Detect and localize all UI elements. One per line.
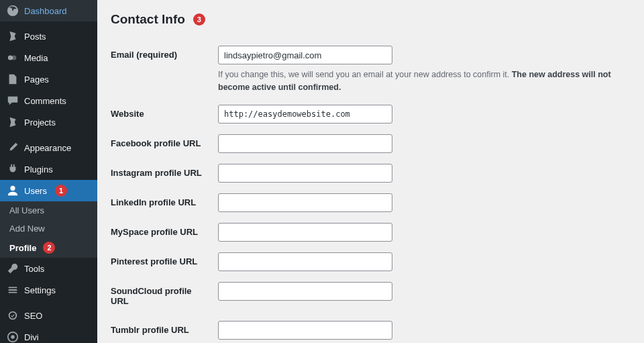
page-icon	[7, 73, 19, 85]
sidebar-label: Media	[24, 53, 48, 63]
sidebar-subitem-add-new[interactable]: Add New	[0, 219, 97, 238]
pinterest-field[interactable]	[218, 252, 392, 271]
plug-icon	[7, 163, 19, 175]
sidebar-label: Dashboard	[24, 6, 67, 16]
page-title-text: Contact Info	[111, 12, 185, 27]
tumblr-label: Tumblr profile URL	[111, 325, 189, 335]
sidebar-label: Appearance	[24, 143, 71, 153]
email-field[interactable]	[218, 46, 392, 64]
sidebar-label: SEO	[24, 311, 42, 321]
user-icon	[7, 185, 19, 197]
sidebar-item-media[interactable]: Media	[0, 47, 97, 68]
sidebar-item-posts[interactable]: Posts	[0, 26, 97, 47]
sidebar-label: Comments	[24, 96, 66, 106]
sidebar-item-appearance[interactable]: Appearance	[0, 137, 97, 158]
content-area: Contact Info 3 Email (required) If you c…	[97, 0, 644, 343]
website-field[interactable]	[218, 105, 392, 124]
instagram-field[interactable]	[218, 164, 392, 183]
callout-badge: 1	[55, 185, 67, 197]
sidebar-label: Tools	[24, 264, 44, 274]
comment-icon	[7, 95, 19, 107]
admin-sidebar: Dashboard Posts Media Pages Comments Pro…	[0, 0, 97, 343]
tumblr-field[interactable]	[218, 321, 392, 340]
myspace-field[interactable]	[218, 223, 392, 242]
sidebar-label: Users	[24, 186, 47, 196]
sidebar-item-tools[interactable]: Tools	[0, 258, 97, 279]
sidebar-label: Plugins	[24, 164, 53, 175]
sidebar-submenu-users: All Users Add New Profile 2	[0, 201, 97, 258]
sidebar-item-divi[interactable]: Divi	[0, 326, 97, 343]
sidebar-label: Pages	[24, 75, 49, 85]
sidebar-subitem-all-users[interactable]: All Users	[0, 201, 97, 219]
sidebar-label: Profile	[9, 243, 36, 253]
divi-icon	[7, 331, 19, 343]
pin-icon	[7, 30, 19, 42]
sidebar-subitem-profile[interactable]: Profile 2	[0, 238, 97, 258]
sidebar-item-seo[interactable]: SEO	[0, 305, 97, 326]
dashboard-icon	[7, 5, 19, 17]
sidebar-item-comments[interactable]: Comments	[0, 90, 97, 111]
svg-point-1	[11, 55, 16, 60]
linkedin-field[interactable]	[218, 193, 392, 212]
sidebar-label: Add New	[9, 224, 45, 234]
facebook-field[interactable]	[218, 134, 392, 153]
linkedin-label: LinkedIn profile URL	[111, 197, 196, 207]
sidebar-label: Posts	[24, 32, 46, 42]
soundcloud-label: SoundCloud profile URL	[111, 286, 192, 306]
email-label: Email (required)	[111, 50, 177, 60]
wrench-icon	[7, 262, 19, 275]
svg-point-2	[10, 186, 15, 191]
email-description: If you change this, we will send you an …	[218, 68, 628, 94]
svg-point-5	[11, 335, 14, 338]
email-desc-text: If you change this, we will send you an …	[218, 70, 512, 79]
sidebar-item-plugins[interactable]: Plugins	[0, 158, 97, 180]
sidebar-label: All Users	[9, 205, 44, 215]
media-icon	[7, 52, 19, 64]
soundcloud-field[interactable]	[218, 282, 392, 301]
callout-badge: 3	[193, 13, 205, 26]
callout-badge: 2	[43, 242, 55, 254]
sidebar-label: Settings	[24, 285, 56, 295]
website-label: Website	[111, 109, 144, 119]
sidebar-item-dashboard[interactable]: Dashboard	[0, 0, 97, 21]
pin-icon	[7, 116, 19, 128]
facebook-label: Facebook profile URL	[111, 138, 201, 148]
sidebar-item-settings[interactable]: Settings	[0, 279, 97, 301]
seo-icon	[7, 309, 19, 322]
pinterest-label: Pinterest profile URL	[111, 256, 197, 266]
profile-form: Email (required) If you change this, we …	[111, 40, 628, 343]
brush-icon	[7, 142, 19, 154]
sidebar-label: Projects	[24, 117, 56, 128]
myspace-label: MySpace profile URL	[111, 227, 198, 237]
sidebar-item-projects[interactable]: Projects	[0, 111, 97, 133]
sidebar-label: Divi	[24, 332, 39, 342]
sliders-icon	[7, 284, 19, 296]
sidebar-item-pages[interactable]: Pages	[0, 68, 97, 90]
page-title: Contact Info 3	[111, 12, 628, 27]
instagram-label: Instagram profile URL	[111, 168, 202, 178]
sidebar-item-users[interactable]: Users 1	[0, 180, 97, 201]
